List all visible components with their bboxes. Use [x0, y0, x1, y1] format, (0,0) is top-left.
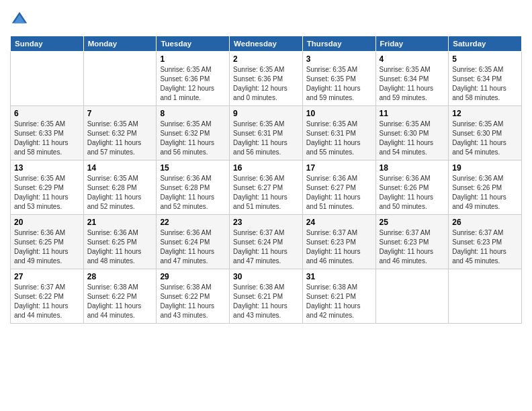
- calendar-cell: 19Sunrise: 6:36 AM Sunset: 6:26 PM Dayli…: [449, 161, 522, 215]
- day-of-week-header: Thursday: [302, 36, 375, 52]
- day-number: 13: [14, 163, 80, 173]
- calendar-body: 1Sunrise: 6:35 AM Sunset: 6:36 PM Daylig…: [11, 52, 522, 324]
- day-number: 15: [160, 163, 226, 173]
- day-info: Sunrise: 6:36 AM Sunset: 6:26 PM Dayligh…: [452, 174, 518, 212]
- day-number: 17: [306, 163, 372, 173]
- day-info: Sunrise: 6:36 AM Sunset: 6:25 PM Dayligh…: [87, 228, 153, 266]
- calendar-cell: 12Sunrise: 6:35 AM Sunset: 6:30 PM Dayli…: [449, 106, 522, 161]
- day-number: 18: [380, 163, 445, 173]
- calendar-cell: 6Sunrise: 6:35 AM Sunset: 6:33 PM Daylig…: [11, 106, 84, 161]
- day-number: 31: [306, 272, 372, 281]
- day-of-week-header: Saturday: [449, 36, 522, 52]
- day-of-week-header: Tuesday: [157, 36, 230, 52]
- calendar-cell: 28Sunrise: 6:38 AM Sunset: 6:22 PM Dayli…: [83, 269, 157, 324]
- calendar-cell: 14Sunrise: 6:35 AM Sunset: 6:28 PM Dayli…: [83, 161, 157, 215]
- day-info: Sunrise: 6:37 AM Sunset: 6:24 PM Dayligh…: [233, 228, 299, 266]
- day-number: 8: [160, 109, 226, 118]
- day-number: 12: [452, 109, 518, 118]
- calendar-week-row: 20Sunrise: 6:36 AM Sunset: 6:25 PM Dayli…: [11, 215, 522, 269]
- day-info: Sunrise: 6:35 AM Sunset: 6:33 PM Dayligh…: [14, 120, 80, 157]
- day-info: Sunrise: 6:35 AM Sunset: 6:35 PM Dayligh…: [306, 65, 372, 103]
- calendar-cell: 27Sunrise: 6:37 AM Sunset: 6:22 PM Dayli…: [11, 269, 84, 324]
- day-number: 4: [380, 54, 445, 64]
- day-info: Sunrise: 6:35 AM Sunset: 6:28 PM Dayligh…: [87, 174, 153, 212]
- day-info: Sunrise: 6:35 AM Sunset: 6:30 PM Dayligh…: [452, 120, 518, 157]
- calendar-cell: 29Sunrise: 6:38 AM Sunset: 6:22 PM Dayli…: [157, 269, 230, 324]
- day-number: 26: [452, 218, 518, 227]
- calendar-cell: 22Sunrise: 6:36 AM Sunset: 6:24 PM Dayli…: [157, 215, 230, 269]
- day-info: Sunrise: 6:35 AM Sunset: 6:34 PM Dayligh…: [452, 65, 518, 103]
- calendar-week-row: 1Sunrise: 6:35 AM Sunset: 6:36 PM Daylig…: [11, 52, 522, 106]
- calendar-cell: 10Sunrise: 6:35 AM Sunset: 6:31 PM Dayli…: [302, 106, 375, 161]
- day-number: 10: [306, 109, 372, 118]
- calendar-cell: 1Sunrise: 6:35 AM Sunset: 6:36 PM Daylig…: [157, 52, 230, 106]
- day-number: 25: [380, 218, 445, 227]
- calendar-cell: 2Sunrise: 6:35 AM Sunset: 6:36 PM Daylig…: [230, 52, 303, 106]
- calendar-cell: [83, 52, 157, 106]
- day-info: Sunrise: 6:38 AM Sunset: 6:22 PM Dayligh…: [87, 283, 153, 320]
- day-info: Sunrise: 6:36 AM Sunset: 6:26 PM Dayligh…: [380, 174, 445, 212]
- day-number: 28: [87, 272, 153, 281]
- calendar-cell: 17Sunrise: 6:36 AM Sunset: 6:27 PM Dayli…: [302, 161, 375, 215]
- day-info: Sunrise: 6:35 AM Sunset: 6:30 PM Dayligh…: [380, 120, 445, 157]
- day-info: Sunrise: 6:36 AM Sunset: 6:25 PM Dayligh…: [14, 228, 80, 266]
- day-number: 2: [233, 54, 299, 64]
- day-number: 9: [233, 109, 299, 118]
- day-info: Sunrise: 6:35 AM Sunset: 6:32 PM Dayligh…: [160, 120, 226, 157]
- calendar-cell: 26Sunrise: 6:37 AM Sunset: 6:23 PM Dayli…: [449, 215, 522, 269]
- day-of-week-header: Friday: [375, 36, 449, 52]
- calendar-cell: 4Sunrise: 6:35 AM Sunset: 6:34 PM Daylig…: [375, 52, 449, 106]
- calendar-cell: 24Sunrise: 6:37 AM Sunset: 6:23 PM Dayli…: [302, 215, 375, 269]
- calendar-week-row: 6Sunrise: 6:35 AM Sunset: 6:33 PM Daylig…: [11, 106, 522, 161]
- day-number: 14: [87, 163, 153, 173]
- day-info: Sunrise: 6:35 AM Sunset: 6:31 PM Dayligh…: [306, 120, 372, 157]
- calendar-cell: 31Sunrise: 6:38 AM Sunset: 6:21 PM Dayli…: [302, 269, 375, 324]
- day-info: Sunrise: 6:36 AM Sunset: 6:24 PM Dayligh…: [160, 228, 226, 266]
- calendar-cell: 23Sunrise: 6:37 AM Sunset: 6:24 PM Dayli…: [230, 215, 303, 269]
- calendar-cell: 15Sunrise: 6:36 AM Sunset: 6:28 PM Dayli…: [157, 161, 230, 215]
- day-info: Sunrise: 6:38 AM Sunset: 6:21 PM Dayligh…: [233, 283, 299, 320]
- calendar-cell: 20Sunrise: 6:36 AM Sunset: 6:25 PM Dayli…: [11, 215, 84, 269]
- calendar-cell: [11, 52, 84, 106]
- day-number: 11: [380, 109, 445, 118]
- day-number: 1: [160, 54, 226, 64]
- day-info: Sunrise: 6:38 AM Sunset: 6:21 PM Dayligh…: [306, 283, 372, 320]
- day-info: Sunrise: 6:35 AM Sunset: 6:36 PM Dayligh…: [233, 65, 299, 103]
- day-number: 20: [14, 218, 80, 227]
- days-of-week-row: SundayMondayTuesdayWednesdayThursdayFrid…: [11, 36, 522, 52]
- calendar-cell: 16Sunrise: 6:36 AM Sunset: 6:27 PM Dayli…: [230, 161, 303, 215]
- day-number: 6: [14, 109, 80, 118]
- day-info: Sunrise: 6:36 AM Sunset: 6:27 PM Dayligh…: [233, 174, 299, 212]
- day-number: 19: [452, 163, 518, 173]
- calendar-cell: 21Sunrise: 6:36 AM Sunset: 6:25 PM Dayli…: [83, 215, 157, 269]
- calendar-cell: [375, 269, 449, 324]
- day-number: 24: [306, 218, 372, 227]
- day-number: 29: [160, 272, 226, 281]
- day-of-week-header: Monday: [83, 36, 157, 52]
- day-of-week-header: Wednesday: [230, 36, 303, 52]
- day-number: 30: [233, 272, 299, 281]
- calendar-cell: 11Sunrise: 6:35 AM Sunset: 6:30 PM Dayli…: [375, 106, 449, 161]
- day-info: Sunrise: 6:36 AM Sunset: 6:28 PM Dayligh…: [160, 174, 226, 212]
- calendar-table: SundayMondayTuesdayWednesdayThursdayFrid…: [10, 36, 522, 324]
- day-info: Sunrise: 6:36 AM Sunset: 6:27 PM Dayligh…: [306, 174, 372, 212]
- day-number: 21: [87, 218, 153, 227]
- day-info: Sunrise: 6:35 AM Sunset: 6:29 PM Dayligh…: [14, 174, 80, 212]
- calendar-cell: 3Sunrise: 6:35 AM Sunset: 6:35 PM Daylig…: [302, 52, 375, 106]
- day-info: Sunrise: 6:37 AM Sunset: 6:23 PM Dayligh…: [306, 228, 372, 266]
- day-info: Sunrise: 6:35 AM Sunset: 6:36 PM Dayligh…: [160, 65, 226, 103]
- calendar-cell: 9Sunrise: 6:35 AM Sunset: 6:31 PM Daylig…: [230, 106, 303, 161]
- calendar-cell: 7Sunrise: 6:35 AM Sunset: 6:32 PM Daylig…: [83, 106, 157, 161]
- day-info: Sunrise: 6:35 AM Sunset: 6:31 PM Dayligh…: [233, 120, 299, 157]
- calendar-week-row: 13Sunrise: 6:35 AM Sunset: 6:29 PM Dayli…: [11, 161, 522, 215]
- day-number: 3: [306, 54, 372, 64]
- day-info: Sunrise: 6:37 AM Sunset: 6:23 PM Dayligh…: [452, 228, 518, 266]
- calendar-cell: 25Sunrise: 6:37 AM Sunset: 6:23 PM Dayli…: [375, 215, 449, 269]
- day-number: 16: [233, 163, 299, 173]
- day-number: 22: [160, 218, 226, 227]
- day-number: 27: [14, 272, 80, 281]
- logo-icon: [10, 10, 29, 29]
- day-of-week-header: Sunday: [11, 36, 84, 52]
- day-number: 5: [452, 54, 518, 64]
- calendar-cell: 18Sunrise: 6:36 AM Sunset: 6:26 PM Dayli…: [375, 161, 449, 215]
